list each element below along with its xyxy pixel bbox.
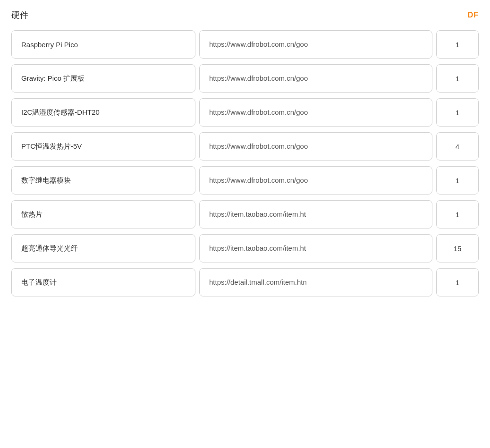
- item-qty-cell: 1: [436, 200, 479, 228]
- item-url-cell[interactable]: https://detail.tmall.com/item.htn: [199, 268, 432, 296]
- item-url-cell[interactable]: https://item.taobao.com/item.ht: [199, 234, 432, 262]
- item-qty-cell: 1: [436, 98, 479, 127]
- item-name-cell: PTC恒温发热片-5V: [11, 132, 195, 161]
- item-url-cell[interactable]: https://www.dfrobot.com.cn/goo: [199, 30, 432, 59]
- item-name-cell: 数字继电器模块: [11, 166, 195, 194]
- table-row: I2C温湿度传感器-DHT20https://www.dfrobot.com.c…: [11, 98, 479, 127]
- page-header: 硬件 DF: [11, 9, 479, 21]
- item-url-text: https://detail.tmall.com/item.htn: [209, 278, 307, 286]
- item-qty-cell: 4: [436, 132, 479, 161]
- table-row: PTC恒温发热片-5Vhttps://www.dfrobot.com.cn/go…: [11, 132, 479, 161]
- item-name-cell: Raspberry Pi Pico: [11, 30, 195, 59]
- item-url-text: https://item.taobao.com/item.ht: [209, 210, 306, 218]
- item-name-cell: 散热片: [11, 200, 195, 228]
- item-url-cell[interactable]: https://www.dfrobot.com.cn/goo: [199, 98, 432, 127]
- item-qty-cell: 1: [436, 30, 479, 59]
- item-name-cell: I2C温湿度传感器-DHT20: [11, 98, 195, 127]
- df-logo: DF: [468, 11, 479, 19]
- item-qty-cell: 15: [436, 234, 479, 262]
- item-qty-cell: 1: [436, 64, 479, 93]
- item-url-text: https://www.dfrobot.com.cn/goo: [209, 176, 308, 184]
- page-title: 硬件: [11, 9, 28, 21]
- item-qty-cell: 1: [436, 166, 479, 194]
- item-url-cell[interactable]: https://www.dfrobot.com.cn/goo: [199, 166, 432, 194]
- item-url-text: https://www.dfrobot.com.cn/goo: [209, 74, 308, 82]
- item-url-cell[interactable]: https://item.taobao.com/item.ht: [199, 200, 432, 228]
- item-url-cell[interactable]: https://www.dfrobot.com.cn/goo: [199, 132, 432, 161]
- item-url-text: https://www.dfrobot.com.cn/goo: [209, 142, 308, 150]
- item-url-text: https://www.dfrobot.com.cn/goo: [209, 40, 308, 48]
- item-name-cell: 超亮通体导光光纤: [11, 234, 195, 262]
- table-row: 散热片https://item.taobao.com/item.ht1: [11, 200, 479, 228]
- hardware-table: Raspberry Pi Picohttps://www.dfrobot.com…: [11, 30, 479, 296]
- table-row: 数字继电器模块https://www.dfrobot.com.cn/goo1: [11, 166, 479, 194]
- table-row: 超亮通体导光光纤https://item.taobao.com/item.ht1…: [11, 234, 479, 262]
- item-url-cell[interactable]: https://www.dfrobot.com.cn/goo: [199, 64, 432, 93]
- item-url-text: https://www.dfrobot.com.cn/goo: [209, 108, 308, 116]
- item-url-text: https://item.taobao.com/item.ht: [209, 244, 306, 252]
- item-qty-cell: 1: [436, 268, 479, 296]
- table-row: 电子温度计https://detail.tmall.com/item.htn1: [11, 268, 479, 296]
- item-name-cell: Gravity: Pico 扩展板: [11, 64, 195, 93]
- table-row: Raspberry Pi Picohttps://www.dfrobot.com…: [11, 30, 479, 59]
- item-name-cell: 电子温度计: [11, 268, 195, 296]
- table-row: Gravity: Pico 扩展板https://www.dfrobot.com…: [11, 64, 479, 93]
